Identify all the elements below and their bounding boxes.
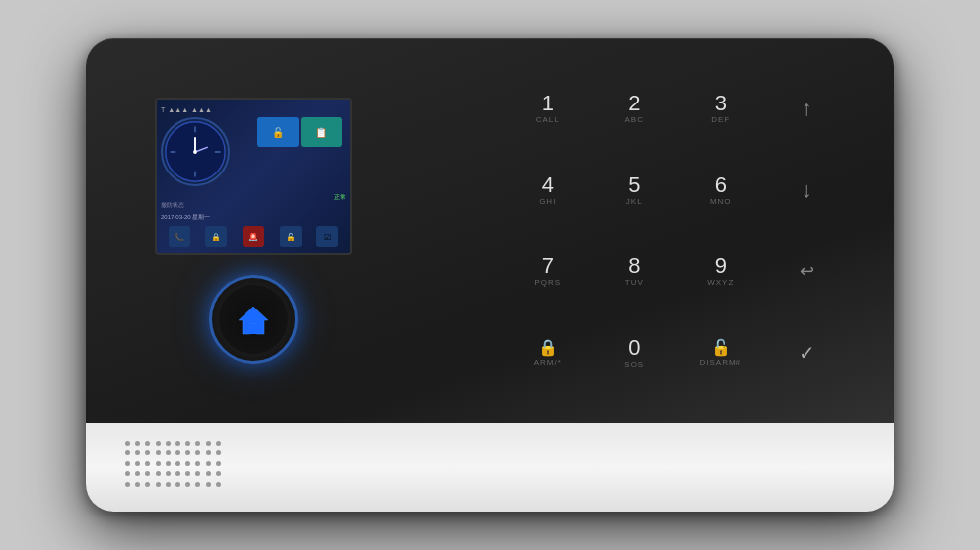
speaker-dot bbox=[216, 482, 221, 487]
keypad-section: 1 CALL 2 ABC 3 DEF ↑ 4 GHI bbox=[490, 38, 865, 423]
speaker-dot bbox=[135, 450, 140, 455]
screen-icon-call: 📞 bbox=[169, 226, 190, 247]
home-icon bbox=[235, 301, 272, 338]
speaker-dot bbox=[145, 482, 150, 487]
svg-rect-9 bbox=[248, 324, 258, 334]
screen-bottom-icons: 📞 🔒 🚨 🔓 ☑ bbox=[161, 226, 346, 247]
speaker-dot bbox=[156, 482, 161, 487]
screen-icon-check: ☑ bbox=[316, 226, 338, 247]
speaker-dot bbox=[125, 482, 130, 487]
screen-icon-disarm: 🔓 bbox=[280, 226, 302, 247]
speaker-dot bbox=[135, 482, 140, 487]
key-6[interactable]: 6 MNO bbox=[682, 155, 759, 227]
speaker-dot bbox=[185, 471, 190, 476]
speaker-dot bbox=[145, 461, 150, 466]
speaker-dot bbox=[185, 482, 190, 487]
key-5[interactable]: 5 JKL bbox=[596, 155, 673, 227]
speaker-dot bbox=[125, 471, 130, 476]
speaker-dot bbox=[125, 461, 130, 466]
speaker-dot bbox=[185, 450, 190, 455]
key-2[interactable]: 2 ABC bbox=[596, 73, 673, 145]
speaker-dot bbox=[195, 441, 200, 446]
key-8[interactable]: 8 TUV bbox=[596, 236, 673, 308]
speaker-dot bbox=[166, 471, 171, 476]
keypad-grid: 1 CALL 2 ABC 3 DEF ↑ 4 GHI bbox=[510, 73, 845, 388]
lcd-screen: T ▲▲▲ ▲▲▲ bbox=[155, 98, 352, 255]
key-down[interactable]: ↓ bbox=[769, 155, 846, 227]
speaker-dot bbox=[206, 461, 211, 466]
speaker-dot bbox=[145, 441, 150, 446]
speaker-dot bbox=[166, 441, 171, 446]
speaker-dot bbox=[216, 441, 221, 446]
speaker-dot bbox=[216, 461, 221, 466]
speaker-dot bbox=[156, 441, 161, 446]
speaker-dot bbox=[135, 471, 140, 476]
home-button[interactable] bbox=[209, 275, 298, 364]
key-3[interactable]: 3 DEF bbox=[682, 73, 759, 145]
screen-icon-arm: 🔒 bbox=[205, 226, 227, 247]
clock-display bbox=[161, 117, 235, 191]
speaker-dot bbox=[156, 471, 161, 476]
device-bottom-strip bbox=[86, 423, 894, 512]
screen-tiles: 🔓 📋 bbox=[257, 117, 346, 147]
speaker-dot bbox=[216, 450, 221, 455]
speaker-dot bbox=[135, 441, 140, 446]
key-9[interactable]: 9 WXYZ bbox=[682, 236, 759, 308]
speaker-dot bbox=[175, 441, 180, 446]
speaker-dot bbox=[185, 461, 190, 466]
key-confirm[interactable]: ✓ bbox=[769, 317, 846, 389]
speaker-dot bbox=[175, 471, 180, 476]
speaker-dot bbox=[195, 461, 200, 466]
speaker-dot bbox=[206, 450, 211, 455]
screen-icon-emergency: 🚨 bbox=[243, 226, 264, 247]
key-4[interactable]: 4 GHI bbox=[510, 155, 587, 227]
key-0[interactable]: 0 SOS bbox=[596, 317, 673, 389]
key-backspace[interactable]: ↩ bbox=[769, 236, 846, 308]
speaker-dot bbox=[216, 471, 221, 476]
speaker-dot bbox=[135, 461, 140, 466]
alarm-panel-device: T ▲▲▲ ▲▲▲ bbox=[86, 38, 894, 512]
speaker-dot bbox=[195, 450, 200, 455]
home-button-inner bbox=[219, 285, 288, 354]
speaker-dot bbox=[185, 441, 190, 446]
speaker-dot bbox=[156, 450, 161, 455]
screen-status-text: 撤防状态 正常 2017-03-20 星期一 bbox=[161, 193, 346, 222]
speaker-dot bbox=[145, 471, 150, 476]
speaker-dot bbox=[195, 482, 200, 487]
black-panel: T ▲▲▲ ▲▲▲ bbox=[86, 38, 894, 423]
speaker-dot bbox=[206, 482, 211, 487]
speaker-dot bbox=[166, 450, 171, 455]
speaker-dot bbox=[175, 482, 180, 487]
key-1[interactable]: 1 CALL bbox=[510, 73, 587, 145]
speaker-dot bbox=[125, 450, 130, 455]
speaker-grille bbox=[125, 441, 224, 490]
key-disarm[interactable]: 🔓 DISARM# bbox=[682, 317, 759, 389]
speaker-dot bbox=[125, 441, 130, 446]
speaker-dot bbox=[156, 461, 161, 466]
speaker-dot bbox=[166, 482, 171, 487]
key-7[interactable]: 7 PQRS bbox=[510, 236, 587, 308]
key-up[interactable]: ↑ bbox=[769, 73, 846, 145]
status-bar: T ▲▲▲ ▲▲▲ bbox=[161, 103, 346, 115]
speaker-dot bbox=[175, 450, 180, 455]
svg-point-7 bbox=[193, 150, 197, 154]
speaker-dot bbox=[195, 471, 200, 476]
speaker-dot bbox=[145, 450, 150, 455]
speaker-dot bbox=[206, 471, 211, 476]
speaker-dot bbox=[206, 441, 211, 446]
speaker-dot bbox=[175, 461, 180, 466]
left-section: T ▲▲▲ ▲▲▲ bbox=[115, 38, 391, 423]
key-arm[interactable]: 🔒 ARM/* bbox=[510, 317, 587, 389]
speaker-dot bbox=[166, 461, 171, 466]
